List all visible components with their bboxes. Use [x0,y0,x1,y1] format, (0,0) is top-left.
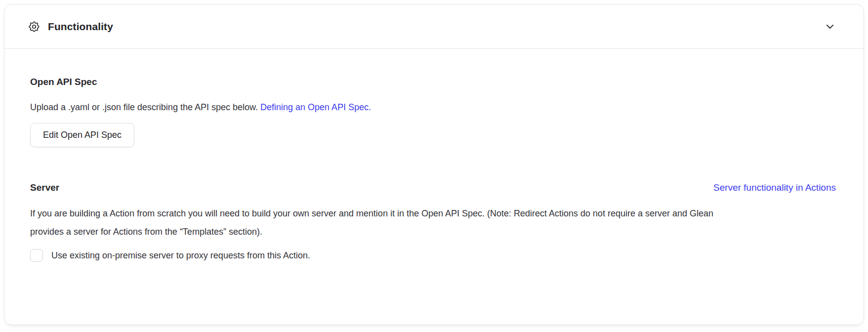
chevron-down-icon[interactable] [824,21,836,33]
server-functionality-link[interactable]: Server functionality in Actions [713,182,836,193]
open-api-spec-description-text: Upload a .yaml or .json file describing … [30,102,260,112]
gear-icon [28,20,40,33]
on-premise-server-checkbox[interactable] [30,249,43,262]
on-premise-server-checkbox-label: Use existing on-premise server to proxy … [51,249,310,262]
functionality-card-header[interactable]: Functionality [4,4,864,48]
edit-open-api-spec-button[interactable]: Edit Open API Spec [30,123,134,147]
open-api-spec-heading: Open API Spec [30,76,836,88]
defining-open-api-spec-link[interactable]: Defining an Open API Spec. [260,102,371,112]
server-description: If you are building a Action from scratc… [30,205,749,241]
card-title: Functionality [48,21,113,33]
functionality-card: Functionality Open API Spec Upload a .ya… [4,4,864,325]
on-premise-server-checkbox-row[interactable]: Use existing on-premise server to proxy … [30,249,836,262]
open-api-spec-description: Upload a .yaml or .json file describing … [30,100,836,114]
header-divider [4,48,864,49]
server-heading: Server [30,182,59,194]
